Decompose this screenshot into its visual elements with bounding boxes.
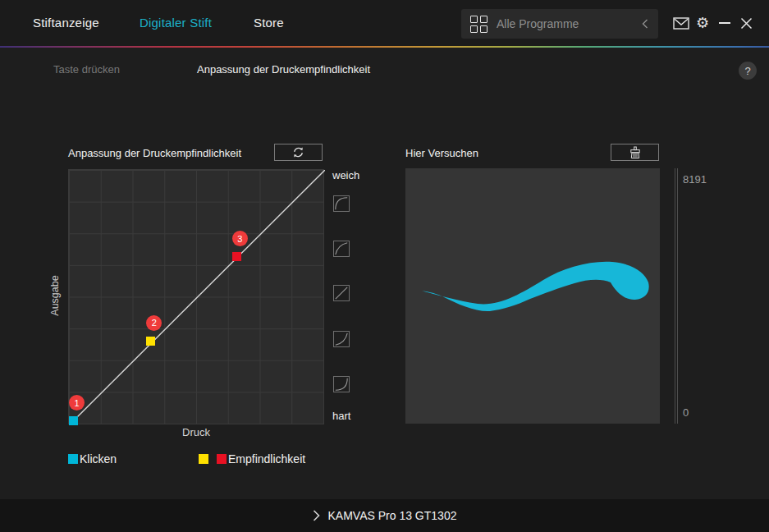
legend-sensitivity-label: Empfindlichkeit: [228, 452, 305, 466]
refresh-icon: [292, 146, 304, 158]
legend-click-swatch: [68, 454, 78, 464]
legend-sensitivity-swatch-yellow: [199, 454, 208, 464]
test-draw-canvas[interactable]: [405, 168, 660, 424]
legend-click-label: Klicken: [80, 452, 117, 466]
try-panel-title: Hier Versuchen: [405, 147, 478, 159]
mail-icon[interactable]: [673, 17, 689, 30]
hard-label: hart: [332, 410, 350, 422]
help-button[interactable]: ?: [739, 62, 757, 80]
all-programs-dropdown[interactable]: Alle Programme: [461, 9, 658, 39]
close-icon[interactable]: [740, 17, 753, 30]
pressure-curve-line: [69, 170, 325, 425]
curve-point-handle[interactable]: [232, 252, 241, 261]
device-bar[interactable]: KAMVAS Pro 13 GT1302: [0, 499, 769, 532]
preset-curve-hardest-icon[interactable]: [333, 376, 350, 392]
preset-curve-linear-icon[interactable]: [333, 285, 350, 301]
minimize-icon[interactable]: [719, 22, 730, 24]
curve-point-handle[interactable]: [146, 337, 155, 346]
pressure-panel-title: Anpassung der Druckempfindlichkeit: [68, 147, 241, 159]
pressure-max-value: 8191: [683, 173, 707, 186]
chevron-right-icon: [313, 510, 320, 521]
tab-stiftanzeige[interactable]: Stiftanzeige: [33, 16, 99, 30]
tab-store[interactable]: Store: [254, 16, 284, 30]
settings-gear-icon[interactable]: ⚙: [696, 16, 709, 30]
clean-brush-icon: [629, 146, 642, 159]
title-bar: Stiftanzeige Digitaler Stift Store Alle …: [0, 0, 769, 46]
device-name: KAMVAS Pro 13 GT1302: [328, 509, 457, 522]
y-axis-label: Ausgabe: [49, 275, 61, 315]
curve-point-badge: 3: [232, 231, 248, 246]
chevron-left-icon: [642, 19, 648, 29]
pressure-min-value: 0: [683, 406, 689, 419]
preset-curve-hard-icon[interactable]: [333, 331, 350, 347]
tab-digitaler-stift[interactable]: Digitaler Stift: [140, 16, 212, 30]
all-programs-label: Alle Programme: [497, 17, 642, 30]
preset-curve-soft-icon[interactable]: [333, 241, 350, 257]
curve-point-badge: 1: [69, 395, 85, 410]
apps-grid-icon: [470, 16, 487, 33]
driver-window: Stiftanzeige Digitaler Stift Store Alle …: [0, 0, 769, 532]
legend-sensitivity-swatch-red: [217, 454, 227, 464]
clear-canvas-button[interactable]: [611, 144, 659, 161]
subtab-taste-druecken[interactable]: Taste drücken: [53, 63, 120, 76]
x-axis-label: Druck: [68, 426, 324, 438]
brush-stroke: [405, 168, 660, 424]
preset-curve-softest-icon[interactable]: [333, 195, 350, 212]
pressure-scale-track: [675, 168, 678, 424]
reset-curve-button[interactable]: [274, 144, 323, 161]
pressure-chart[interactable]: 123: [68, 169, 324, 424]
curve-point-handle[interactable]: [69, 416, 78, 425]
soft-label: weich: [332, 169, 359, 181]
subtab-druckempfindlichkeit[interactable]: Anpassung der Druckempfindlichkeit: [197, 63, 370, 76]
header-gradient-divider: [0, 46, 769, 48]
